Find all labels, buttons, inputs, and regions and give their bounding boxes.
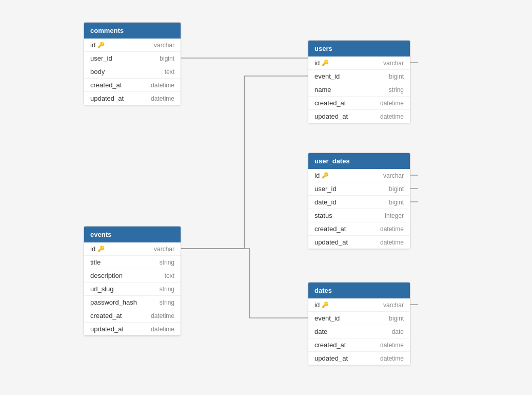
column-name: updated_at bbox=[90, 95, 124, 102]
column-name: user_id bbox=[314, 185, 337, 193]
table-row: description text bbox=[84, 269, 181, 283]
table-row: updated_at datetime bbox=[308, 352, 410, 365]
table-row: name string bbox=[308, 83, 410, 97]
column-type: string bbox=[160, 299, 174, 306]
column-type: varchar bbox=[154, 246, 174, 253]
table-row: created_at datetime bbox=[308, 222, 410, 236]
table-row: id 🔑 varchar bbox=[308, 57, 410, 70]
column-type: datetime bbox=[380, 239, 404, 246]
column-name: password_hash bbox=[90, 298, 137, 306]
key-icon: 🔑 bbox=[97, 42, 105, 48]
table-row: user_id bigint bbox=[308, 182, 410, 196]
table-header-comments: comments bbox=[84, 23, 181, 39]
table-header-events: events bbox=[84, 227, 181, 242]
key-icon: 🔑 bbox=[322, 60, 329, 66]
table-row: password_hash string bbox=[84, 296, 181, 309]
column-name: id bbox=[90, 41, 95, 49]
column-type: varchar bbox=[383, 302, 404, 309]
column-name: updated_at bbox=[314, 238, 348, 246]
column-name: date_id bbox=[314, 198, 337, 206]
table-row: event_id bigint bbox=[308, 312, 410, 325]
column-name: created_at bbox=[314, 99, 346, 107]
column-name: name bbox=[314, 86, 331, 93]
column-type: datetime bbox=[151, 82, 174, 89]
key-icon: 🔑 bbox=[97, 246, 105, 252]
table-row: status integer bbox=[308, 209, 410, 222]
column-type: text bbox=[165, 272, 174, 279]
table-events: events id 🔑 varchar title string descrip… bbox=[84, 226, 181, 336]
table-row: id 🔑 varchar bbox=[308, 169, 410, 182]
table-user-dates: user_dates id 🔑 varchar user_id bigint d… bbox=[308, 153, 410, 249]
column-type: string bbox=[160, 259, 174, 266]
column-type: bigint bbox=[389, 73, 404, 80]
table-header-dates: dates bbox=[308, 283, 410, 298]
column-name: created_at bbox=[90, 81, 122, 89]
table-row: created_at datetime bbox=[84, 79, 181, 92]
table-row: created_at datetime bbox=[308, 97, 410, 110]
column-type: datetime bbox=[380, 100, 404, 107]
column-name: created_at bbox=[90, 312, 122, 319]
column-name: user_id bbox=[90, 54, 112, 62]
table-comments: comments id 🔑 varchar user_id bigint bod… bbox=[84, 22, 181, 105]
table-row: updated_at datetime bbox=[84, 323, 181, 335]
column-type: datetime bbox=[151, 312, 174, 319]
table-dates: dates id 🔑 varchar event_id bigint date … bbox=[308, 282, 410, 365]
column-type: datetime bbox=[380, 355, 404, 362]
column-name: status bbox=[314, 212, 332, 219]
column-type: varchar bbox=[154, 42, 174, 49]
table-row: date_id bigint bbox=[308, 196, 410, 209]
column-name: event_id bbox=[314, 72, 340, 80]
table-row: id 🔑 varchar bbox=[84, 242, 181, 256]
column-name: body bbox=[90, 68, 105, 76]
key-icon: 🔑 bbox=[322, 302, 329, 308]
column-type: string bbox=[160, 286, 174, 293]
column-name: id bbox=[314, 301, 320, 309]
column-type: datetime bbox=[151, 326, 174, 333]
column-type: datetime bbox=[151, 95, 174, 102]
column-type: string bbox=[389, 86, 404, 93]
column-name: updated_at bbox=[314, 112, 348, 120]
table-row: body text bbox=[84, 65, 181, 79]
column-type: varchar bbox=[383, 172, 404, 179]
table-users: users id 🔑 varchar event_id bigint name … bbox=[308, 40, 410, 123]
column-type: datetime bbox=[380, 113, 404, 120]
table-row: date date bbox=[308, 325, 410, 338]
column-name: url_slug bbox=[90, 285, 114, 293]
connector-lines bbox=[0, 0, 532, 395]
column-type: datetime bbox=[380, 225, 404, 233]
table-row: updated_at datetime bbox=[84, 92, 181, 105]
column-name: id bbox=[314, 59, 320, 67]
table-row: updated_at datetime bbox=[308, 110, 410, 123]
table-row: event_id bigint bbox=[308, 70, 410, 83]
column-name: created_at bbox=[314, 341, 346, 349]
column-name: date bbox=[314, 328, 327, 335]
column-name: created_at bbox=[314, 225, 346, 233]
column-type: integer bbox=[385, 212, 404, 219]
table-row: id 🔑 varchar bbox=[84, 39, 181, 52]
column-type: bigint bbox=[389, 185, 404, 193]
diagram-canvas: comments id 🔑 varchar user_id bigint bod… bbox=[0, 0, 532, 395]
table-row: id 🔑 varchar bbox=[308, 298, 410, 312]
column-type: bigint bbox=[389, 315, 404, 322]
column-type: varchar bbox=[383, 60, 404, 67]
table-row: title string bbox=[84, 256, 181, 269]
key-icon: 🔑 bbox=[322, 172, 329, 179]
column-name: event_id bbox=[314, 314, 340, 322]
column-name: updated_at bbox=[314, 354, 348, 362]
column-name: description bbox=[90, 272, 123, 279]
column-type: text bbox=[165, 68, 174, 76]
table-header-users: users bbox=[308, 41, 410, 57]
table-row: created_at datetime bbox=[308, 338, 410, 352]
table-row: user_id bigint bbox=[84, 52, 181, 65]
column-type: bigint bbox=[160, 55, 174, 62]
column-name: title bbox=[90, 258, 101, 266]
column-type: bigint bbox=[389, 199, 404, 206]
table-header-user-dates: user_dates bbox=[308, 153, 410, 169]
column-type: datetime bbox=[380, 342, 404, 349]
table-row: created_at datetime bbox=[84, 309, 181, 323]
column-type: date bbox=[392, 328, 404, 335]
table-row: url_slug string bbox=[84, 283, 181, 296]
column-name: id bbox=[314, 172, 320, 179]
column-name: id bbox=[90, 245, 95, 253]
column-name: updated_at bbox=[90, 325, 124, 333]
